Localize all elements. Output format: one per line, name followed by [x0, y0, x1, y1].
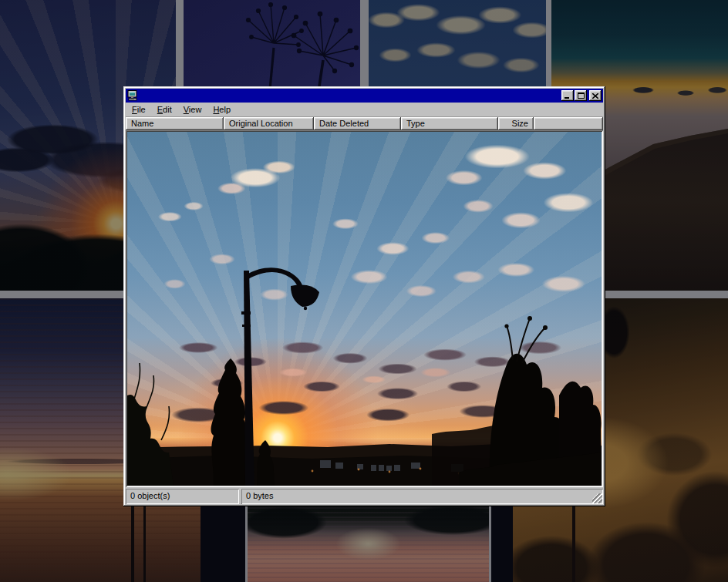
- column-header-original-location[interactable]: Original Location: [224, 117, 314, 130]
- computer-icon: [127, 90, 138, 101]
- minimize-icon: [565, 93, 571, 99]
- column-header-size[interactable]: Size: [498, 117, 534, 130]
- menu-edit[interactable]: Edit: [153, 103, 177, 116]
- menu-help[interactable]: Help: [208, 103, 235, 116]
- menu-bar: File Edit View Help: [126, 103, 603, 117]
- maximize-icon: [578, 93, 585, 99]
- menu-file[interactable]: File: [127, 103, 150, 116]
- column-header-name[interactable]: Name: [126, 117, 224, 130]
- titlebar[interactable]: [126, 89, 603, 103]
- maximize-button[interactable]: [575, 90, 587, 101]
- status-object-count: 0 object(s): [126, 489, 239, 504]
- column-headers: Name Original Location Date Deleted Type…: [126, 117, 603, 130]
- column-header-type[interactable]: Type: [401, 117, 498, 130]
- minimize-button[interactable]: [561, 90, 574, 101]
- window-controls: [561, 90, 602, 101]
- close-button[interactable]: [589, 90, 602, 101]
- menu-view[interactable]: View: [179, 103, 207, 116]
- desktop: File Edit View Help Name Original Locati…: [0, 0, 728, 582]
- status-bar: 0 object(s) 0 bytes: [126, 487, 603, 504]
- close-icon: [592, 93, 598, 99]
- lamppost-sunset-photo: [127, 132, 602, 486]
- column-header-date-deleted[interactable]: Date Deleted: [314, 117, 401, 130]
- foreground-silhouettes: [127, 132, 602, 486]
- column-header-filler: [534, 117, 603, 130]
- file-list-area[interactable]: [126, 130, 603, 487]
- recycle-bin-window: File Edit View Help Name Original Locati…: [123, 86, 605, 506]
- status-total-size: 0 bytes: [241, 489, 603, 504]
- resize-grip-icon[interactable]: [592, 493, 602, 503]
